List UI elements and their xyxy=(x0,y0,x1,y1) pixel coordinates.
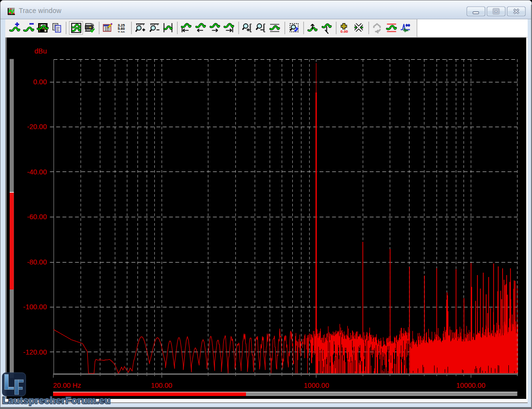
svg-text:-120.00: -120.00 xyxy=(23,348,47,356)
svg-text:-60.00: -60.00 xyxy=(27,213,47,221)
svg-text:100.00: 100.00 xyxy=(151,382,172,389)
svg-text:20.00 Hz: 20.00 Hz xyxy=(53,382,81,389)
svg-text:7.00: 7.00 xyxy=(118,30,125,35)
svg-text:0.00: 0.00 xyxy=(341,29,348,34)
svg-text:LautsprecherForum.eu: LautsprecherForum.eu xyxy=(2,395,111,406)
svg-text:-40.00: -40.00 xyxy=(27,168,47,176)
svg-text:-20.00: -20.00 xyxy=(27,123,47,131)
svg-text:-80.00: -80.00 xyxy=(27,258,47,266)
svg-text:10000.00: 10000.00 xyxy=(456,382,485,389)
svg-text:-100.00: -100.00 xyxy=(23,303,47,311)
svg-text:0.00: 0.00 xyxy=(33,78,47,86)
svg-text:dBu: dBu xyxy=(34,47,47,55)
svg-text:1000.00: 1000.00 xyxy=(304,382,329,389)
